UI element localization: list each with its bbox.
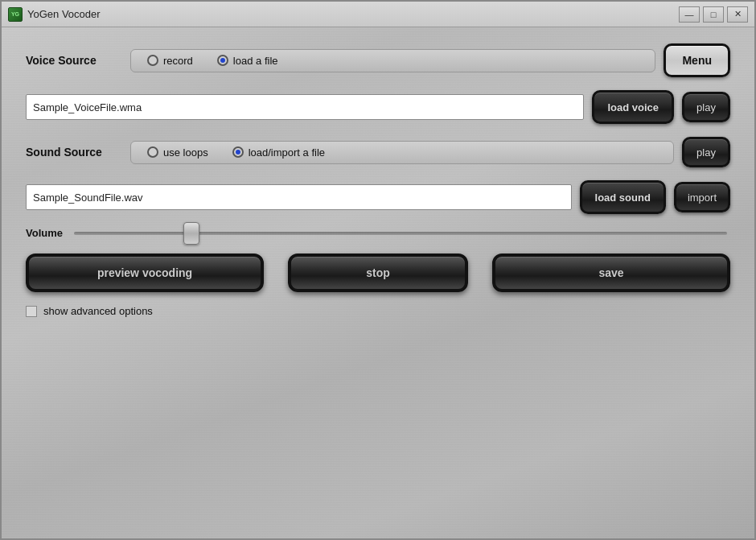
load-sound-button[interactable]: load sound bbox=[580, 180, 666, 214]
menu-button[interactable]: Menu bbox=[664, 43, 730, 77]
sound-useloops-label: use loops bbox=[163, 146, 208, 159]
voice-record-label: record bbox=[163, 55, 193, 67]
sound-useloops-option[interactable]: use loops bbox=[147, 146, 208, 159]
voice-source-radio-group: record load a file bbox=[130, 49, 655, 72]
volume-label: Volume bbox=[26, 227, 63, 239]
sound-play-button[interactable]: play bbox=[682, 137, 730, 167]
main-window: YG YoGen Vocoder — □ ✕ Voice Source reco… bbox=[0, 0, 756, 540]
window-title: YoGen Vocoder bbox=[27, 8, 679, 20]
load-voice-button[interactable]: load voice bbox=[592, 90, 674, 124]
sound-source-row: Sound Source use loops load/import a fil… bbox=[26, 137, 730, 167]
minimize-button[interactable]: — bbox=[679, 6, 700, 23]
import-button[interactable]: import bbox=[674, 182, 730, 212]
advanced-options-checkbox[interactable] bbox=[26, 306, 37, 317]
sound-file-row: load sound import bbox=[26, 180, 730, 214]
app-icon: YG bbox=[8, 7, 23, 22]
maximize-button[interactable]: □ bbox=[703, 6, 724, 23]
main-content: Voice Source record load a file Menu loa… bbox=[2, 27, 754, 538]
voice-play-button[interactable]: play bbox=[682, 92, 730, 122]
advanced-options-row: show advanced options bbox=[26, 305, 730, 317]
voice-record-option[interactable]: record bbox=[147, 55, 193, 67]
voice-loadfile-option[interactable]: load a file bbox=[217, 55, 278, 67]
voice-source-row: Voice Source record load a file Menu bbox=[26, 43, 730, 77]
voice-file-row: load voice play bbox=[26, 90, 730, 124]
voice-source-label: Voice Source bbox=[26, 54, 130, 67]
voice-file-input[interactable] bbox=[26, 94, 584, 120]
actions-row: preview vocoding stop save bbox=[26, 254, 730, 292]
voice-record-radio[interactable] bbox=[147, 55, 158, 66]
voice-loadfile-radio[interactable] bbox=[217, 55, 228, 66]
stop-button[interactable]: stop bbox=[288, 254, 468, 292]
advanced-options-label: show advanced options bbox=[43, 305, 153, 317]
close-button[interactable]: ✕ bbox=[727, 6, 748, 23]
sound-useloops-radio[interactable] bbox=[147, 146, 158, 158]
sound-file-input[interactable] bbox=[26, 184, 572, 210]
title-bar: YG YoGen Vocoder — □ ✕ bbox=[2, 2, 754, 27]
volume-row: Volume bbox=[26, 227, 730, 239]
voice-loadfile-label: load a file bbox=[233, 55, 278, 67]
preview-vocoding-button[interactable]: preview vocoding bbox=[26, 254, 264, 292]
sound-loadimport-label: load/import a file bbox=[249, 146, 325, 159]
sound-source-label: Sound Source bbox=[26, 146, 130, 159]
sound-source-radio-group: use loops load/import a file bbox=[130, 141, 674, 164]
save-button[interactable]: save bbox=[492, 254, 730, 292]
volume-slider-track[interactable] bbox=[74, 232, 727, 235]
sound-loadimport-option[interactable]: load/import a file bbox=[232, 146, 325, 159]
volume-slider-thumb[interactable] bbox=[183, 222, 199, 245]
sound-loadimport-radio[interactable] bbox=[232, 146, 244, 158]
window-controls: — □ ✕ bbox=[679, 6, 748, 23]
